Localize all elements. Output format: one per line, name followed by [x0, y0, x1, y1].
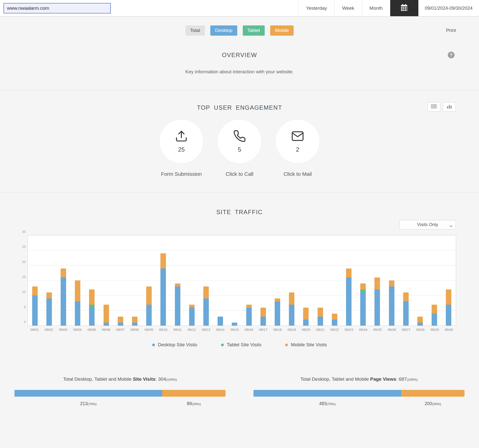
bar-column-09/14	[213, 235, 228, 326]
site-visits-summary-title: Total Desktop, Tablet and Mobile Site Vi…	[14, 376, 226, 382]
url-input[interactable]	[3, 3, 111, 13]
site-visits-summary: Total Desktop, Tablet and Mobile Site Vi…	[14, 376, 226, 406]
bar-column-09/09	[142, 235, 156, 326]
site-visits-prefix: Total Desktop, Tablet and Mobile	[63, 376, 133, 382]
filter-total-button[interactable]: Total	[185, 25, 205, 36]
site-visits-bar-desktop	[14, 390, 162, 397]
engagement-click-to-mail: 2 Click to Mail	[275, 119, 320, 177]
bar-column-09/21	[313, 235, 327, 326]
x-axis-tick-label: 09/20	[299, 328, 313, 332]
y-axis-tick-label: 15	[18, 275, 26, 279]
bar-column-09/05	[85, 235, 99, 326]
url-input-wrap	[0, 0, 111, 16]
chart-legend: Desktop Site Visits Tablet Site Visits M…	[0, 342, 479, 348]
bar-segment-mobile	[46, 292, 52, 298]
x-axis-tick-label: 09/02	[42, 328, 56, 332]
x-axis-tick-label: 09/21	[313, 328, 327, 332]
chart-view-button[interactable]	[443, 102, 456, 111]
phone-icon	[233, 130, 246, 144]
filter-desktop-button[interactable]: Desktop	[210, 25, 237, 36]
bar-segment-desktop	[32, 295, 38, 326]
x-axis-tick-label: 09/19	[285, 328, 299, 332]
bar-segment-mobile	[75, 280, 80, 301]
table-icon	[431, 104, 437, 109]
bar-column-09/08	[127, 235, 142, 326]
site-visits-ratio-bar	[14, 390, 226, 397]
visits-only-value: Visits Only	[417, 222, 438, 227]
page-views-bold-label: Page Views	[370, 376, 396, 382]
x-axis-tick-label: 09/23	[342, 328, 356, 332]
click-to-mail-label: Click to Mail	[283, 171, 312, 177]
bar-segment-mobile	[104, 305, 109, 323]
bar-segment-mobile	[132, 317, 137, 323]
legend-desktop-site-visits[interactable]: Desktop Site Visits	[152, 342, 197, 348]
chevron-down-icon	[450, 223, 453, 229]
bar-segment-mobile	[89, 289, 95, 304]
visits-only-dropdown[interactable]: Visits Only	[399, 220, 456, 229]
bar-column-09/03	[56, 235, 70, 326]
bar-segment-mobile	[246, 305, 252, 308]
overview-subtitle: Key information about interaction with y…	[0, 69, 479, 75]
view-toggles	[427, 102, 456, 111]
bar-column-09/28	[413, 235, 427, 326]
x-axis-tick-label: 09/03	[56, 328, 70, 332]
bar-segment-mobile	[417, 317, 423, 323]
site-visits-mobile-value: 89(30%)	[162, 401, 226, 406]
bar-segment-desktop	[374, 289, 380, 326]
date-range-display[interactable]: 09/01/2024-09/30/2024	[418, 0, 479, 16]
x-axis-tick-label: 09/17	[256, 328, 270, 332]
bar-segment-mobile	[446, 289, 451, 304]
bar-column-09/01	[28, 235, 42, 326]
x-axis-tick-label: 09/04	[70, 328, 85, 332]
site-visits-total-pct: (100%)	[166, 378, 177, 381]
bar-column-09/15	[228, 235, 242, 326]
page-views-mobile-value: 200(30%)	[401, 401, 465, 406]
bar-column-09/19	[285, 235, 299, 326]
x-axis-tick-label: 09/18	[270, 328, 285, 332]
help-icon[interactable]: ?	[448, 52, 455, 58]
tab-month[interactable]: Month	[362, 0, 390, 16]
site-visits-separator: :	[155, 376, 158, 382]
bar-column-09/17	[256, 235, 270, 326]
x-axis-tick-label: 09/01	[27, 328, 42, 332]
tab-yesterday[interactable]: Yesterday	[298, 0, 335, 16]
x-axis-tick-label: 09/22	[328, 328, 342, 332]
site-traffic-title: SITE TRAFFIC	[0, 209, 479, 216]
bar-segment-mobile	[146, 286, 152, 304]
engagement-form-submission: 25 Form Submission	[159, 119, 204, 177]
bar-segment-desktop	[75, 301, 80, 326]
topbar-spacer	[111, 0, 298, 16]
bar-segment-mobile	[189, 305, 195, 308]
site-traffic-chart: 051015202530 09/0109/0209/0309/0409/0509…	[27, 235, 456, 332]
click-to-call-circle: 5	[217, 119, 262, 164]
bar-segment-desktop	[346, 277, 352, 326]
legend-tablet-site-visits[interactable]: Tablet Site Visits	[221, 342, 261, 348]
bar-column-09/29	[427, 235, 442, 326]
x-axis-tick-label: 09/15	[228, 328, 242, 332]
page-views-total: 687	[399, 376, 407, 382]
calendar-icon	[400, 3, 408, 13]
bar-column-09/25	[370, 235, 384, 326]
y-axis-tick-label: 30	[18, 230, 26, 234]
table-view-button[interactable]	[427, 102, 440, 111]
bar-segment-mobile	[118, 317, 123, 323]
filter-mobile-button[interactable]: Mobile	[270, 25, 294, 36]
calendar-button[interactable]	[390, 0, 418, 16]
chart-plot-area: 051015202530	[27, 235, 456, 326]
tab-week[interactable]: Week	[335, 0, 362, 16]
print-button[interactable]: Print	[446, 28, 456, 33]
legend-mobile-site-visits[interactable]: Mobile Site Visits	[285, 342, 327, 348]
filter-tablet-button[interactable]: Tablet	[243, 25, 265, 36]
bar-segment-mobile	[318, 308, 323, 317]
form-submission-count: 25	[178, 146, 185, 153]
click-to-mail-circle: 2	[275, 119, 320, 164]
site-visits-bar-mobile	[162, 390, 226, 397]
bar-segment-mobile	[374, 277, 380, 289]
bar-column-09/22	[327, 235, 342, 326]
x-axis-tick-label: 09/05	[85, 328, 99, 332]
bar-segment-mobile	[175, 283, 180, 286]
legend-dot-tablet	[221, 344, 224, 346]
mail-icon	[291, 130, 304, 144]
legend-label-desktop: Desktop Site Visits	[158, 342, 197, 348]
bar-segment-desktop	[246, 308, 252, 326]
